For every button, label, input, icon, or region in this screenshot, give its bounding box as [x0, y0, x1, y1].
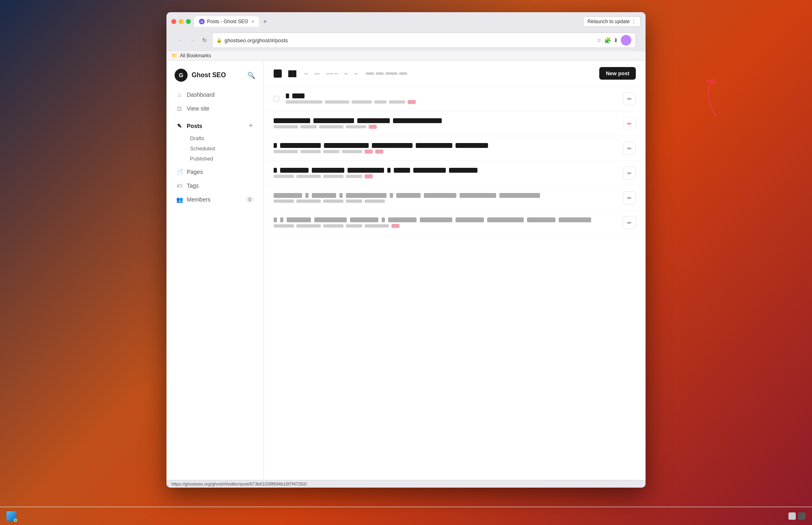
post-icon	[274, 217, 277, 222]
post-meta-row	[274, 174, 616, 178]
maximize-traffic-light[interactable]	[186, 19, 191, 24]
view-site-icon: ⊡	[176, 105, 183, 112]
post-title-block	[292, 93, 304, 98]
meta-block	[323, 200, 343, 203]
minimize-traffic-light[interactable]	[179, 19, 184, 24]
post-checkbox[interactable]	[274, 96, 279, 102]
sidebar-item-posts[interactable]: ✎ Posts +	[171, 118, 259, 133]
post-item: ✏	[264, 87, 646, 111]
posts-header-icon	[274, 69, 282, 78]
sidebar-item-dashboard[interactable]: ⌂ Dashboard	[171, 88, 259, 101]
members-icon: 👥	[176, 196, 183, 203]
meta-block	[346, 200, 362, 203]
post-icon	[387, 168, 391, 173]
view-site-label: View site	[187, 105, 209, 112]
filter-author: ▪▪▪▪ ▪▪	[326, 71, 338, 76]
post-info	[274, 193, 616, 203]
bookmarks-label[interactable]: All Bookmarks	[180, 53, 211, 59]
url-bar[interactable]: 🔒 ghostseo.org/ghost/#/posts ☆ 🧩 ⬇	[212, 33, 636, 48]
post-title-block	[393, 118, 442, 123]
address-bar: ← → ↻ 🔒 ghostseo.org/ghost/#/posts ☆ 🧩 ⬇	[171, 30, 641, 51]
post-title-block	[456, 217, 484, 222]
meta-block	[274, 200, 294, 203]
sidebar-item-pages[interactable]: 📄 Pages	[171, 165, 259, 178]
edit-post-button[interactable]: ✏	[623, 92, 636, 105]
post-tag	[375, 150, 383, 154]
pages-icon: 📄	[176, 169, 183, 175]
sidebar-nav: ⌂ Dashboard ⊡ View site ✎ Posts + Dra	[166, 88, 263, 206]
meta-block	[365, 224, 389, 228]
edit-post-button[interactable]: ✏	[623, 167, 636, 180]
post-icon	[305, 193, 309, 198]
meta-block	[323, 150, 339, 153]
meta-block	[274, 224, 294, 228]
meta-block	[274, 125, 298, 128]
close-tab-button[interactable]: ×	[252, 19, 254, 24]
post-title-block	[394, 168, 410, 173]
post-info	[286, 93, 616, 104]
dashboard-label: Dashboard	[187, 91, 215, 98]
sidebar-item-tags[interactable]: 🏷 Tags	[171, 179, 259, 192]
meta-block	[286, 100, 322, 104]
meta-block	[352, 100, 372, 104]
refresh-button[interactable]: ↻	[201, 35, 209, 45]
meta-block	[346, 125, 366, 128]
profile-avatar[interactable]	[621, 35, 631, 46]
post-tag	[408, 100, 416, 104]
posts-sub-nav: Drafts Scheduled Published	[171, 133, 259, 164]
edit-post-button[interactable]: ✏	[623, 142, 636, 155]
meta-block	[346, 175, 362, 178]
sidebar-item-scheduled[interactable]: Scheduled	[187, 143, 259, 154]
app-container: G Ghost SEO 🔍 ⌂ Dashboard ⊡ View site	[166, 61, 646, 480]
post-title-block	[346, 193, 387, 198]
post-title-row	[286, 93, 616, 98]
menu-dots-icon: ⋮	[631, 19, 636, 24]
back-button[interactable]: ←	[176, 35, 185, 45]
filter-tag: ▪▪	[344, 71, 348, 76]
tags-icon: 🏷	[176, 182, 183, 189]
new-tab-button[interactable]: +	[261, 16, 269, 27]
meta-block	[296, 200, 321, 203]
sidebar-item-view-site[interactable]: ⊡ View site	[171, 102, 259, 115]
lock-icon: 🔒	[216, 38, 222, 43]
post-title-block	[280, 168, 309, 173]
edit-post-button[interactable]: ✏	[623, 216, 636, 229]
meta-block	[296, 224, 321, 228]
dashboard-icon: ⌂	[176, 91, 183, 98]
browser-window: G Posts - Ghost SEO × + Relaunch to upda…	[166, 12, 646, 488]
search-button[interactable]: 🔍	[247, 72, 255, 79]
edit-post-button[interactable]: ✏	[623, 191, 636, 204]
bookmarks-bar: 📁 All Bookmarks	[166, 51, 646, 61]
relaunch-button[interactable]: Relaunch to update ⋮	[583, 16, 641, 27]
edit-post-button[interactable]: ✏	[623, 117, 636, 130]
folder-icon: 📁	[171, 53, 177, 59]
post-icon	[390, 193, 393, 198]
forward-button[interactable]: →	[188, 35, 197, 45]
sidebar-item-published[interactable]: Published	[187, 154, 259, 164]
post-title-block	[527, 217, 555, 222]
post-meta-row	[274, 224, 616, 228]
post-title-block	[312, 193, 336, 198]
post-tag	[391, 224, 400, 228]
post-title-block	[396, 193, 421, 198]
posts-blurred-text: ██	[288, 70, 296, 77]
post-title-block	[499, 193, 540, 198]
meta-block	[300, 150, 321, 153]
post-icon	[286, 93, 289, 98]
pages-label: Pages	[187, 169, 203, 175]
post-meta-row	[286, 100, 616, 104]
post-item: ✏	[264, 210, 646, 235]
post-meta-row	[274, 200, 616, 203]
download-icon[interactable]: ⬇	[613, 37, 618, 43]
active-tab[interactable]: G Posts - Ghost SEO ×	[194, 16, 259, 27]
close-traffic-light[interactable]	[171, 19, 176, 24]
extensions-icon[interactable]: 🧩	[604, 37, 611, 43]
sidebar-item-drafts[interactable]: Drafts	[187, 133, 259, 143]
post-title-block	[274, 118, 310, 123]
post-title-block	[559, 217, 591, 222]
post-title-row	[274, 168, 616, 173]
new-post-button[interactable]: New post	[599, 67, 636, 80]
sidebar-item-members[interactable]: 👥 Members 0	[171, 193, 259, 206]
bookmark-icon[interactable]: ☆	[596, 37, 602, 43]
add-post-button[interactable]: +	[248, 121, 254, 130]
